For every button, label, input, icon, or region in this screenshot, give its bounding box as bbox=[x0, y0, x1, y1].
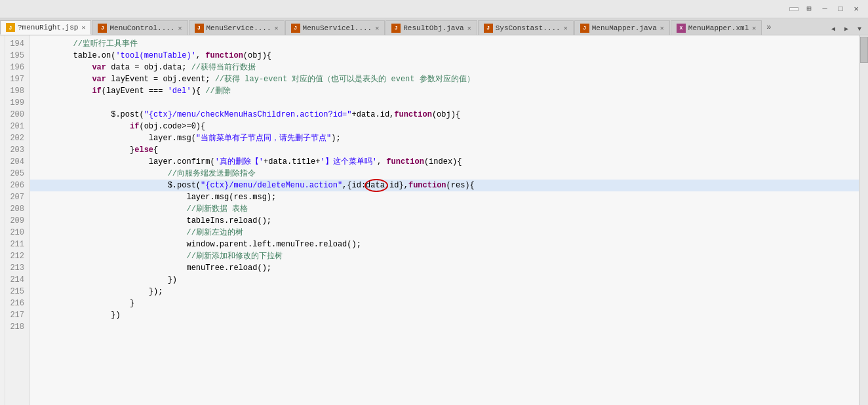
code-text-198: if(layEvent === 'del'){ //删除 bbox=[35, 85, 231, 97]
code-text-217: }) bbox=[35, 309, 121, 321]
code-text-195: table.on('tool(menuTable)', function(obj… bbox=[35, 50, 271, 62]
tab-icon-menumapper-java: J bbox=[580, 24, 589, 33]
tab-menuservice1[interactable]: J MenuService.... ✕ bbox=[189, 20, 285, 35]
code-line-212: //刷新添加和修改的下拉树 bbox=[30, 250, 859, 262]
window-icon[interactable]: ⊞ bbox=[802, 3, 816, 16]
code-text-206: $.post("{ctx}/menu/deleteMenu.action",{i… bbox=[35, 180, 475, 191]
tab-close-resultobj[interactable]: ✕ bbox=[467, 24, 471, 32]
tab-right-controls: ◀ ▶ ▼ bbox=[827, 23, 868, 35]
code-line-200: $.post("{ctx}/menu/checkMenuHasChildren.… bbox=[30, 109, 859, 121]
code-line-208: //刷新数据 表格 bbox=[30, 203, 859, 215]
tab-bar: J ?menuRight.jsp ✕ J MenuControl.... ✕ J… bbox=[0, 18, 868, 35]
code-line-216: } bbox=[30, 298, 859, 309]
tab-icon-menucontrol: J bbox=[98, 24, 107, 33]
tab-label-menuservice1: MenuService.... bbox=[207, 24, 271, 32]
tab-ctrl-menu[interactable]: ▼ bbox=[854, 23, 865, 35]
code-line-195: table.on('tool(menuTable)', function(obj… bbox=[30, 50, 859, 62]
tab-icon-sysconstas: J bbox=[484, 24, 493, 33]
tab-ctrl-left[interactable]: ◀ bbox=[827, 23, 839, 35]
code-line-197: var layEvent = obj.event; //获得 lay-event… bbox=[30, 73, 859, 85]
editor-container: 1941951961971981992002012022032042052062… bbox=[0, 35, 868, 405]
code-text-214: }) bbox=[35, 274, 177, 286]
tab-label-resultobj: ResultObj.java bbox=[403, 24, 464, 32]
code-line-215: }); bbox=[30, 286, 859, 298]
code-line-201: if(obj.code>=0){ bbox=[30, 121, 859, 132]
code-line-213: menuTree.reload(); bbox=[30, 262, 859, 274]
code-line-207: layer.msg(res.msg); bbox=[30, 191, 859, 203]
line-numbers: 1941951961971981992002012022032042052062… bbox=[5, 35, 30, 405]
tab-menuright[interactable]: J ?menuRight.jsp ✕ bbox=[0, 20, 91, 35]
tab-close-menucontrol[interactable]: ✕ bbox=[178, 24, 182, 32]
code-text-208: //刷新数据 表格 bbox=[35, 203, 248, 215]
tab-label-menumapper-xml: MenuMapper.xml bbox=[688, 24, 749, 32]
code-text-215: }); bbox=[35, 286, 163, 298]
code-line-194: //监听行工具事件 bbox=[30, 38, 859, 50]
tab-icon-menuservice1: J bbox=[195, 24, 204, 33]
scrollbar-right[interactable] bbox=[859, 35, 868, 405]
code-line-218 bbox=[30, 321, 859, 333]
top-bar: ⊞ ─ □ ✕ bbox=[0, 0, 868, 18]
code-line-205: //向服务端发送删除指令 bbox=[30, 168, 859, 180]
close-icon[interactable]: ✕ bbox=[850, 3, 863, 16]
code-text-207: layer.msg(res.msg); bbox=[35, 191, 276, 203]
tab-close-menuright[interactable]: ✕ bbox=[81, 24, 85, 31]
tab-close-menumapper-java[interactable]: ✕ bbox=[660, 24, 664, 32]
code-line-217: }) bbox=[30, 309, 859, 321]
code-text-196: var data = obj.data; //获得当前行数据 bbox=[35, 62, 256, 73]
tab-icon-jsp: J bbox=[6, 23, 15, 32]
code-line-206: $.post("{ctx}/menu/deleteMenu.action",{i… bbox=[30, 180, 859, 191]
tab-menumapper-xml[interactable]: X MenuMapper.xml ✕ bbox=[671, 20, 762, 35]
tab-icon-menuservicel: J bbox=[291, 24, 300, 33]
tab-menuservicel[interactable]: J MenuServicel.... ✕ bbox=[285, 20, 385, 35]
tab-icon-resultobj: J bbox=[391, 24, 401, 33]
tab-overflow-button[interactable]: » bbox=[762, 20, 775, 35]
top-icons-group: ⊞ ─ □ ✕ bbox=[802, 3, 863, 16]
code-line-199 bbox=[30, 97, 859, 109]
tab-close-menuservice1[interactable]: ✕ bbox=[275, 24, 279, 32]
maximize-icon[interactable]: □ bbox=[834, 3, 847, 16]
code-area[interactable]: //监听行工具事件 table.on('tool(menuTable)', fu… bbox=[30, 35, 859, 405]
tab-label-sysconstas: SysConstast.... bbox=[496, 24, 561, 32]
code-text-200: $.post("{ctx}/menu/checkMenuHasChildren.… bbox=[35, 109, 460, 121]
code-line-203: }else{ bbox=[30, 144, 859, 156]
code-text-212: //刷新添加和修改的下拉树 bbox=[35, 250, 283, 262]
code-line-210: //刷新左边的树 bbox=[30, 227, 859, 239]
code-text-205: //向服务端发送删除指令 bbox=[35, 168, 256, 180]
code-text-211: window.parent.left.menuTree.reload(); bbox=[35, 239, 361, 250]
code-line-198: if(layEvent === 'del'){ //删除 bbox=[30, 85, 859, 97]
tab-menucontrol[interactable]: J MenuControl.... ✕ bbox=[92, 20, 187, 35]
tab-icon-menumapper-xml: X bbox=[677, 24, 686, 33]
tab-label-menucontrol: MenuControl.... bbox=[109, 24, 174, 32]
code-text-216: } bbox=[35, 298, 134, 309]
tab-close-menumapper-xml[interactable]: ✕ bbox=[752, 24, 756, 32]
code-line-202: layer.msg("当前菜单有子节点同，请先删子节点"); bbox=[30, 132, 859, 144]
tab-label-menuservicel: MenuServicel.... bbox=[303, 24, 372, 32]
tab-resultobj[interactable]: J ResultObj.java ✕ bbox=[385, 20, 477, 35]
code-line-214: }) bbox=[30, 274, 859, 286]
code-text-204: layer.confirm('真的删除【'+data.title+'】这个菜单吗… bbox=[35, 156, 462, 168]
code-text-197: var layEvent = obj.event; //获得 lay-event… bbox=[35, 73, 475, 85]
code-line-196: var data = obj.data; //获得当前行数据 bbox=[30, 62, 859, 73]
code-line-204: layer.confirm('真的删除【'+data.title+'】这个菜单吗… bbox=[30, 156, 859, 168]
code-text-203: }else{ bbox=[35, 144, 158, 156]
editor-gutter bbox=[0, 35, 5, 405]
tab-close-sysconstas[interactable]: ✕ bbox=[564, 24, 568, 32]
tab-ctrl-right[interactable]: ▶ bbox=[840, 23, 852, 35]
code-line-209: tableIns.reload(); bbox=[30, 215, 859, 227]
tab-menumapper-java[interactable]: J MenuMapper.java ✕ bbox=[574, 20, 670, 35]
code-text-194: //监听行工具事件 bbox=[35, 38, 138, 50]
minimize-icon[interactable]: ─ bbox=[818, 3, 831, 16]
tab-label-menumapper-java: MenuMapper.java bbox=[592, 24, 657, 32]
code-text-210: //刷新左边的树 bbox=[35, 227, 243, 239]
code-text-209: tableIns.reload(); bbox=[35, 215, 271, 227]
code-text-202: layer.msg("当前菜单有子节点同，请先删子节点"); bbox=[35, 132, 341, 144]
code-line-211: window.parent.left.menuTree.reload(); bbox=[30, 239, 859, 250]
tab-label-menuright: ?menuRight.jsp bbox=[18, 24, 78, 31]
quick-access-button[interactable] bbox=[789, 7, 799, 11]
tab-close-menuservicel[interactable]: ✕ bbox=[375, 24, 379, 32]
scrollbar-thumb[interactable] bbox=[860, 37, 868, 63]
code-text-213: menuTree.reload(); bbox=[35, 262, 271, 274]
tab-sysconstas[interactable]: J SysConstast.... ✕ bbox=[478, 20, 574, 35]
code-text-201: if(obj.code>=0){ bbox=[35, 121, 205, 132]
